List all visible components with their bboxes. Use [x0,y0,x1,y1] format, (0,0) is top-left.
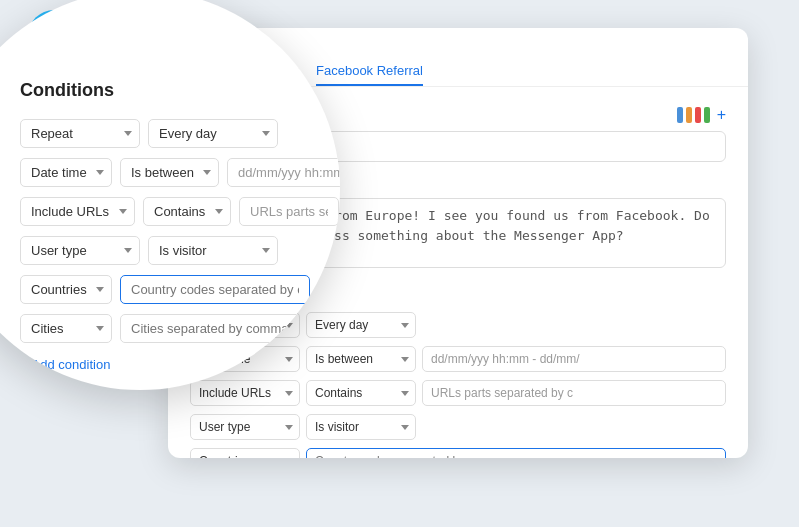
nav-link-facebook-referral[interactable]: Facebook Referral [316,59,423,86]
is-visitor-select[interactable]: Is visitor [306,414,416,440]
condition-row-2: Date time Is between [190,346,726,372]
circle-cities-select[interactable]: Cities [20,314,112,343]
circle-row-6: Cities [20,314,310,343]
color-bar-1 [677,107,683,123]
circle-user-type-select[interactable]: User type [20,236,140,265]
circle-date-time-select[interactable]: Date time [20,158,112,187]
circle-add-condition-button[interactable]: + Add condition [20,353,110,376]
circle-contains-select[interactable]: Contains [143,197,231,226]
condition-row-5: Countries [190,448,726,458]
circle-row-3: Include URLs Contains [20,197,310,226]
add-condition-plus: + [20,357,28,372]
country-codes-input-right[interactable] [306,448,726,458]
circle-country-input[interactable] [120,275,310,304]
circle-include-urls-select[interactable]: Include URLs [20,197,135,226]
add-condition-label: Add condition [32,357,111,372]
circle-row-4: User type Is visitor [20,236,310,265]
circle-is-visitor-select[interactable]: Is visitor [148,236,278,265]
urls-input[interactable] [422,380,726,406]
countries-select-right[interactable]: Countries [190,448,300,458]
circle-row-5: Countries [20,275,310,304]
color-bar-2 [686,107,692,123]
circle-row-2: Date time Is between [20,158,310,187]
is-between-select[interactable]: Is between [306,346,416,372]
circle-conditions-title: Conditions [20,80,310,101]
color-bar-4 [704,107,710,123]
circle-countries-select[interactable]: Countries [20,275,112,304]
color-bars: + [677,106,726,124]
condition-row-3: Include URLs Contains [190,380,726,406]
circle-every-day-select[interactable]: Every day [148,119,278,148]
color-bar-3 [695,107,701,123]
circle-repeat-select[interactable]: Repeat [20,119,140,148]
include-urls-select[interactable]: Include URLs [190,380,300,406]
add-color-button[interactable]: + [717,106,726,124]
circle-is-between-select[interactable]: Is between [120,158,219,187]
user-type-select[interactable]: User type [190,414,300,440]
circle-urls-input[interactable] [239,197,339,226]
date-time-input[interactable] [422,346,726,372]
circle-row-1: Repeat Every day [20,119,310,148]
condition-row-4: User type Is visitor [190,414,726,440]
contains-select[interactable]: Contains [306,380,416,406]
circle-date-input[interactable] [227,158,340,187]
every-day-select[interactable]: Every day [306,312,416,338]
